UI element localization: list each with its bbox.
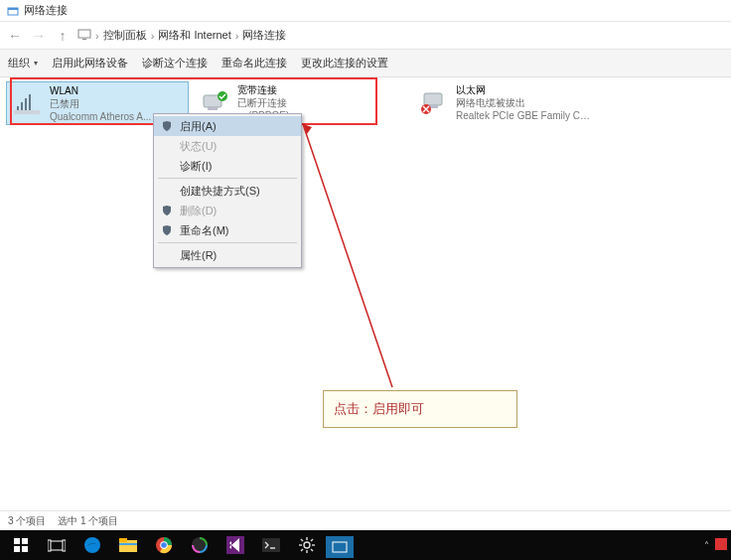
- breadcrumb[interactable]: › 控制面板 › 网络和 Internet › 网络连接: [77, 28, 286, 43]
- settings-icon[interactable]: [290, 531, 324, 559]
- taskbar-tray: ˄: [704, 530, 727, 560]
- svg-rect-18: [22, 538, 28, 544]
- nav-forward-icon[interactable]: →: [30, 27, 48, 45]
- adapter-detail: Qualcomm Atheros A...: [50, 110, 151, 123]
- shield-icon: [160, 223, 174, 237]
- vs-icon[interactable]: [219, 531, 252, 559]
- svg-rect-12: [424, 93, 442, 105]
- menu-label: 重命名(M): [180, 223, 229, 238]
- breadcrumb-sep: ›: [235, 30, 239, 42]
- adapter-detail: Realtek PCIe GBE Family Contr...: [456, 109, 593, 122]
- title-bar: 网络连接: [0, 0, 731, 22]
- adapter-name: WLAN: [50, 84, 151, 97]
- menu-separator: [158, 242, 297, 243]
- menu-diagnose[interactable]: 诊断(I): [154, 156, 301, 176]
- breadcrumb-item[interactable]: 网络连接: [242, 28, 286, 43]
- address-bar: ← → ↑ › 控制面板 › 网络和 Internet › 网络连接: [0, 22, 731, 50]
- terminal-icon[interactable]: [254, 531, 288, 559]
- svg-rect-44: [715, 538, 727, 550]
- menu-properties[interactable]: 属性(R): [154, 245, 301, 265]
- svg-rect-17: [14, 538, 20, 544]
- menu-delete: 删除(D): [154, 201, 301, 220]
- menu-label: 删除(D): [180, 204, 217, 218]
- svg-rect-23: [63, 540, 66, 551]
- svg-rect-8: [14, 110, 40, 114]
- svg-line-42: [301, 549, 303, 551]
- toolbar-rename[interactable]: 重命名此连接: [221, 56, 287, 70]
- svg-rect-2: [78, 30, 90, 38]
- adapter-name: 以太网: [456, 83, 593, 96]
- adapter-name: 宽带连接: [237, 83, 289, 96]
- svg-rect-22: [48, 540, 51, 551]
- nav-up-icon[interactable]: ↑: [54, 27, 72, 45]
- svg-point-34: [304, 542, 310, 548]
- svg-rect-10: [208, 107, 218, 110]
- nav-back-icon[interactable]: ←: [6, 27, 24, 45]
- window-title: 网络连接: [24, 3, 68, 18]
- svg-rect-33: [262, 538, 280, 552]
- adapter-status: 已断开连接: [237, 96, 289, 109]
- adapter-status: 已禁用: [50, 97, 151, 110]
- wifi-icon: [10, 84, 46, 120]
- menu-enable[interactable]: 启用(A): [154, 116, 301, 136]
- context-menu: 启用(A) 状态(U) 诊断(I) 创建快捷方式(S) 删除(D) 重命名(M)…: [153, 113, 302, 268]
- svg-rect-19: [14, 546, 20, 552]
- app-icon[interactable]: [183, 531, 217, 559]
- breadcrumb-item[interactable]: 网络和 Internet: [158, 28, 230, 43]
- toolbar-change-settings[interactable]: 更改此连接的设置: [301, 56, 388, 70]
- svg-point-30: [161, 542, 167, 548]
- annotation-text: 点击：启用即可: [334, 400, 424, 418]
- annotation-arrow: [298, 119, 417, 392]
- menu-separator: [158, 178, 297, 179]
- tray-up-icon[interactable]: ˄: [704, 540, 709, 551]
- chrome-icon[interactable]: [147, 531, 181, 559]
- toolbar-diagnose[interactable]: 诊断这个连接: [142, 56, 208, 70]
- status-selected: 选中 1 个项目: [58, 514, 118, 528]
- svg-rect-3: [82, 39, 86, 40]
- breadcrumb-sep: ›: [95, 30, 99, 42]
- menu-label: 诊断(I): [180, 159, 212, 174]
- svg-rect-26: [119, 538, 127, 542]
- breadcrumb-item[interactable]: 控制面板: [103, 28, 147, 43]
- adapter-status: 网络电缆被拔出: [456, 96, 593, 109]
- svg-rect-1: [8, 8, 18, 10]
- taskview-button[interactable]: [40, 531, 73, 559]
- toolbar: 组织 启用此网络设备 诊断这个连接 重命名此连接 更改此连接的设置: [0, 50, 731, 77]
- menu-status: 状态(U): [154, 136, 301, 156]
- svg-rect-43: [333, 542, 347, 552]
- content-area: WLAN 已禁用 Qualcomm Atheros A... 宽带连接 已断开连…: [0, 77, 731, 514]
- svg-line-40: [311, 549, 313, 551]
- adapters-row: WLAN 已禁用 Qualcomm Atheros A... 宽带连接 已断开连…: [0, 77, 731, 129]
- tray-app-icon[interactable]: [715, 538, 727, 552]
- svg-point-11: [218, 91, 227, 101]
- shield-icon: [160, 119, 174, 133]
- menu-label: 创建快捷方式(S): [180, 184, 260, 199]
- svg-line-41: [311, 539, 313, 541]
- menu-shortcut[interactable]: 创建快捷方式(S): [154, 181, 301, 201]
- shield-icon: [160, 204, 174, 217]
- svg-rect-20: [22, 546, 28, 552]
- toolbar-enable[interactable]: 启用此网络设备: [52, 56, 128, 70]
- breadcrumb-sep: ›: [151, 30, 155, 42]
- menu-label: 启用(A): [180, 119, 217, 134]
- window-icon: [6, 4, 20, 18]
- taskbar: ˄: [0, 530, 731, 560]
- svg-rect-27: [119, 543, 137, 545]
- menu-label: 属性(R): [180, 248, 217, 263]
- pc-icon: [77, 29, 91, 43]
- organize-button[interactable]: 组织: [8, 56, 38, 70]
- annotation-callout: 点击：启用即可: [323, 390, 517, 428]
- svg-line-15: [303, 124, 392, 387]
- menu-label: 状态(U): [180, 139, 217, 154]
- adapter-ethernet[interactable]: 以太网 网络电缆被拔出 Realtek PCIe GBE Family Cont…: [413, 81, 596, 125]
- status-count: 3 个项目: [8, 514, 46, 528]
- ethernet-icon: [416, 83, 452, 119]
- svg-line-39: [301, 539, 303, 541]
- explorer-icon[interactable]: [111, 531, 145, 559]
- menu-rename[interactable]: 重命名(M): [154, 220, 301, 240]
- app-icon-2[interactable]: [326, 536, 354, 558]
- start-button[interactable]: [4, 531, 38, 559]
- svg-point-24: [84, 537, 100, 553]
- edge-icon[interactable]: [75, 531, 109, 559]
- status-bar: 3 个项目 选中 1 个项目: [0, 510, 731, 530]
